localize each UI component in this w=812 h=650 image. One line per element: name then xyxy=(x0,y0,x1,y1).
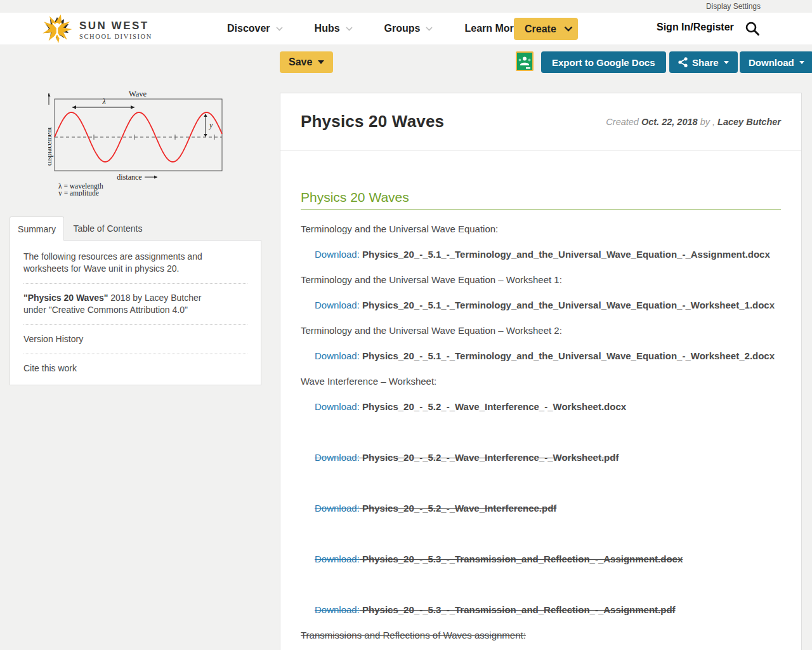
google-classroom-icon xyxy=(517,53,532,70)
xlabel-group: distance xyxy=(117,173,157,182)
figure-caption-2: y = amplitude xyxy=(58,189,99,196)
download-row: Download: Physics_20_-_5.1_-_Terminology… xyxy=(301,298,781,312)
nav-item-hubs[interactable]: Hubs xyxy=(315,23,353,34)
ylabel-group: displacement xyxy=(48,93,53,166)
download-link[interactable]: Download: xyxy=(315,350,360,361)
share-label: Share xyxy=(692,57,719,68)
amplitude-label: y xyxy=(209,121,213,129)
download-row: Download: Physics_20_-_5.3_-_Transmissio… xyxy=(301,552,781,566)
caret-down-icon xyxy=(724,61,729,64)
download-link[interactable]: Download: xyxy=(315,401,360,412)
download-button[interactable]: Download xyxy=(740,51,812,73)
chevron-down-icon xyxy=(276,27,283,31)
summary-panel: The following resources are assignments … xyxy=(10,240,261,385)
nav-label: Learn More xyxy=(464,23,519,34)
created-date: Oct. 22, 2018 xyxy=(641,117,698,127)
chevron-down-icon xyxy=(426,27,433,31)
file-name: Physics_20_-_5.1_-_Terminology_and_the_U… xyxy=(360,300,775,310)
sidebar-tabs: Summary Table of Contents xyxy=(10,216,152,241)
chevron-down-icon xyxy=(564,26,573,32)
download-link[interactable]: Download: xyxy=(315,249,360,260)
document-toolbar: Save Export to Google Docs Share Downloa… xyxy=(0,44,812,78)
download-link[interactable]: Download: xyxy=(315,452,360,463)
created-label: Created xyxy=(606,117,639,127)
nav-label: Groups xyxy=(384,23,421,34)
logo-line1: SUN WEST xyxy=(79,20,152,32)
lambda-label: λ xyxy=(102,97,105,106)
resource-section-label: Terminology and the Universal Wave Equat… xyxy=(301,273,781,287)
nav-item-groups[interactable]: Groups xyxy=(384,23,433,34)
download-row: Download: Physics_20_-_5.2_-_Wave_Interf… xyxy=(301,451,781,465)
share-button[interactable]: Share xyxy=(669,51,738,73)
resource-section-label: Terminology and the Universal Wave Equat… xyxy=(301,222,781,236)
download-link[interactable]: Download: xyxy=(315,604,360,615)
search-button[interactable] xyxy=(744,20,761,37)
resource-section-label: Wave Interference – Worksheet: xyxy=(301,375,781,388)
download-row: Download: Physics_20_-_5.2_-_Wave_Interf… xyxy=(301,400,781,414)
download-link[interactable]: Download: xyxy=(315,300,360,310)
export-to-google-docs-button[interactable]: Export to Google Docs xyxy=(541,51,666,73)
xlabel-text: distance xyxy=(117,173,141,182)
sunwest-logo[interactable]: SUN WEST SCHOOL DIVISION xyxy=(41,13,152,46)
google-classroom-button[interactable] xyxy=(516,51,534,71)
attribution: "Physics 20 Waves" 2018 by Lacey Butcher… xyxy=(23,284,247,325)
figure-title: Wave xyxy=(129,90,147,98)
card-header: Physics 20 Waves Created Oct. 22, 2018 b… xyxy=(280,93,801,150)
tab-summary[interactable]: Summary xyxy=(10,216,64,241)
download-row: Download: Physics_20_-_5.3_-_Transmissio… xyxy=(301,603,781,617)
file-name: Physics_20_-_5.1_-_Terminology_and_the_U… xyxy=(360,350,775,361)
top-strip: Display Settings xyxy=(0,0,812,13)
file-name: Physics_20_-_5.2_-_Wave_Interference_-_W… xyxy=(360,401,626,412)
summary-text: The following resources are assignments … xyxy=(23,241,247,284)
download-link[interactable]: Download: xyxy=(315,554,360,564)
create-dropdown-button[interactable] xyxy=(559,18,578,40)
attribution-rest: 2018 by Lacey Butcher xyxy=(108,293,201,303)
sunburst-logo-icon xyxy=(41,13,74,46)
sign-in-register-link[interactable]: Sign In/Register xyxy=(657,22,734,33)
attribution-title: "Physics 20 Waves" xyxy=(23,293,108,303)
wave-diagram: Wave λ y displacement distance λ = wavel… xyxy=(48,88,226,196)
download-row: Download: Physics_20_-_5.1_-_Terminology… xyxy=(301,349,781,363)
display-settings-link[interactable]: Display Settings xyxy=(706,2,761,11)
download-row: Download: Physics_20_-_5.2_-_Wave_Interf… xyxy=(301,501,781,515)
logo-text: SUN WEST SCHOOL DIVISION xyxy=(79,20,152,40)
card-body: Physics 20 Waves Terminology and the Uni… xyxy=(280,189,801,642)
resource-section-label: Terminology and the Universal Wave Equat… xyxy=(301,324,781,338)
chevron-down-icon xyxy=(346,27,353,31)
primary-nav: Discover Hubs Groups Learn More xyxy=(227,13,532,44)
download-label: Download xyxy=(749,57,794,68)
nav-item-discover[interactable]: Discover xyxy=(227,23,283,34)
caret-down-icon xyxy=(799,61,804,64)
cite-this-work-link[interactable]: Cite this work xyxy=(23,354,247,383)
ylabel-text: displacement xyxy=(48,127,53,166)
file-name: Physics_20_-_5.1_-_Terminology_and_the_U… xyxy=(360,249,770,260)
attribution-license: under "Creative Commons Attribution 4.0" xyxy=(23,305,188,315)
amplitude-arrow xyxy=(204,114,207,137)
page-title: Physics 20 Waves xyxy=(301,112,444,131)
section-heading: Physics 20 Waves xyxy=(301,189,781,209)
nav-label: Discover xyxy=(227,23,270,34)
download-link[interactable]: Download: xyxy=(315,503,360,514)
file-name: Physics_20_-_5.3_-_Transmission_and_Refl… xyxy=(360,604,676,615)
by-label: by , xyxy=(700,117,715,127)
share-icon xyxy=(678,57,688,67)
file-name: Physics_20_-_5.2_-_Wave_Interference_-_W… xyxy=(360,452,619,463)
file-name: Physics_20_-_5.2_-_Wave_Interference.pdf xyxy=(360,503,556,514)
download-row: Download: Physics_20_-_5.1_-_Terminology… xyxy=(301,248,781,262)
save-label: Save xyxy=(289,56,312,68)
resource-section-label: Transmissions and Reflections of Waves a… xyxy=(301,628,781,642)
resource-list: Terminology and the Universal Wave Equat… xyxy=(301,222,781,642)
file-name: Physics_20_-_5.3_-_Transmission_and_Refl… xyxy=(360,554,683,564)
author-name: Lacey Butcher xyxy=(717,117,781,127)
plot-box xyxy=(55,99,222,171)
version-history-link[interactable]: Version History xyxy=(23,325,247,354)
caret-down-icon xyxy=(318,60,324,64)
save-button[interactable]: Save xyxy=(280,51,333,73)
content-card: Physics 20 Waves Created Oct. 22, 2018 b… xyxy=(280,93,802,650)
main-navbar: SUN WEST SCHOOL DIVISION Discover Hubs G… xyxy=(0,13,812,44)
tab-table-of-contents[interactable]: Table of Contents xyxy=(64,216,152,241)
search-icon xyxy=(745,21,760,36)
logo-line2: SCHOOL DIVISION xyxy=(79,33,152,40)
nav-label: Hubs xyxy=(315,23,340,34)
created-byline: Created Oct. 22, 2018 by , Lacey Butcher xyxy=(606,117,781,127)
